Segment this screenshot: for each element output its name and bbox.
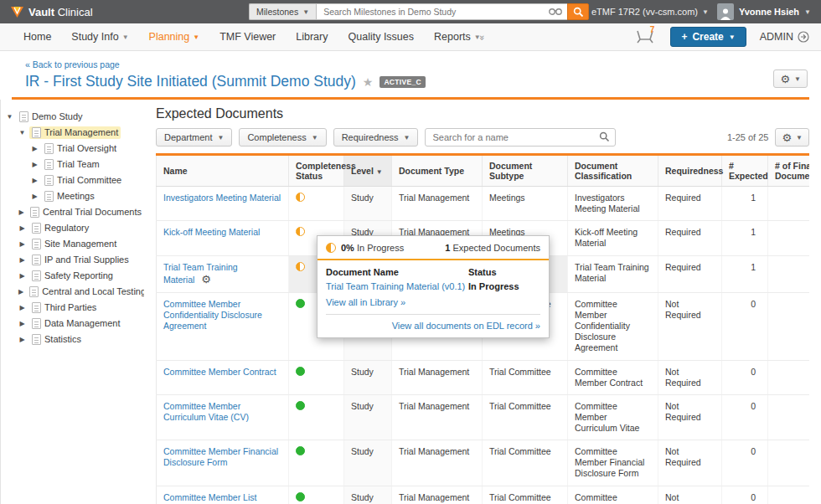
classification-cell: Committee Member Contract — [568, 360, 658, 394]
binoculars-icon[interactable] — [549, 6, 562, 17]
requiredness-cell: Not Required — [658, 440, 722, 486]
search-icon[interactable] — [599, 131, 610, 142]
tree-collapsed-caret-icon[interactable]: ▶ — [18, 224, 26, 232]
nav-item-reports[interactable]: Reports▼ — [434, 31, 481, 43]
tree-expanded-caret-icon[interactable]: ▼ — [6, 113, 13, 121]
completeness-status-cell[interactable] — [289, 360, 344, 394]
page-actions-button[interactable]: ⚙ ▼ — [773, 69, 808, 88]
tree-expanded-caret-icon[interactable]: ▼ — [18, 129, 26, 136]
completeness-popup: 0% In Progress 1 Expected Documents Docu… — [317, 235, 550, 338]
nav-item-library[interactable]: Library — [296, 31, 328, 43]
nav-item-home[interactable]: Home — [23, 31, 51, 43]
vault-logo[interactable]: Vault Clinical — [10, 6, 249, 18]
tree-collapsed-caret-icon[interactable]: ▶ — [31, 145, 39, 152]
favorite-star-icon[interactable]: ★ — [363, 75, 374, 89]
column-header-document-subtype[interactable]: Document Subtype — [483, 156, 568, 187]
row-gear-icon[interactable]: ⚙ — [201, 273, 211, 285]
tree-item-central-and-local-testing[interactable]: ▶Central and Local Testing — [4, 285, 144, 298]
tree-collapsed-caret-icon[interactable]: ▶ — [18, 320, 26, 327]
tree-collapsed-caret-icon[interactable]: ▶ — [18, 240, 26, 248]
tree-item-safety-reporting[interactable]: ▶Safety Reporting — [4, 269, 144, 282]
tree-item-central-trial-documents[interactable]: ▶Central Trial Documents — [4, 205, 144, 219]
document-name-link[interactable]: Investigators Meeting Material — [163, 193, 281, 203]
nav-item-study-info[interactable]: Study Info▼ — [71, 31, 128, 43]
document-name-link[interactable]: Kick-off Meeting Material — [163, 227, 260, 237]
admin-link[interactable]: ADMIN — [760, 31, 809, 43]
user-menu[interactable]: Yvonne Hsieh▼ — [717, 3, 811, 20]
nav-overflow-icon[interactable]: » — [478, 35, 488, 39]
document-name-cell: Committee Member Financial Disclosure Fo… — [157, 440, 289, 486]
expected-cell: 0 — [722, 486, 768, 504]
document-name-link[interactable]: Committee Member Financial Disclosure Fo… — [163, 446, 278, 467]
tree-item-trial-committee[interactable]: ▶Trial Committee — [4, 173, 144, 187]
complete-status-icon — [296, 492, 305, 501]
tree-collapsed-caret-icon[interactable]: ▶ — [18, 304, 26, 311]
tree-item-label: Safety Reporting — [44, 270, 113, 280]
tree-collapsed-caret-icon[interactable]: ▶ — [18, 256, 26, 264]
requiredness-cell: Required — [658, 187, 722, 221]
column-header-label: # of Final Documents — [775, 161, 809, 181]
nav-item-planning[interactable]: Planning▼ — [149, 31, 200, 43]
pagination-count: 1-25 of 25 — [727, 132, 769, 142]
list-actions-button[interactable]: ⚙ ▼ — [775, 128, 809, 147]
column-header-document-classification[interactable]: Document Classification — [568, 156, 658, 187]
tree-collapsed-caret-icon[interactable]: ▶ — [18, 208, 24, 216]
tree-collapsed-caret-icon[interactable]: ▶ — [18, 288, 23, 296]
chevron-down-icon: ▼ — [794, 75, 801, 83]
completeness-status-cell[interactable] — [289, 187, 344, 221]
edl-item-icon — [32, 318, 41, 329]
tree-item-statistics[interactable]: ▶Statistics — [4, 332, 144, 346]
document-name-link[interactable]: Committee Member Curriculum Vitae (CV) — [163, 401, 249, 422]
column-header-completeness-status[interactable]: Completeness Status — [289, 156, 344, 187]
tree-item-third-parties[interactable]: ▶Third Parties — [4, 301, 144, 314]
edl-item-icon — [32, 223, 41, 234]
tree-collapsed-caret-icon[interactable]: ▶ — [18, 336, 26, 343]
view-edl-record-link[interactable]: View all documents on EDL record » — [392, 321, 540, 331]
final-documents-cell — [768, 187, 810, 221]
back-link[interactable]: « Back to previous page — [25, 59, 809, 69]
column-header-requiredness[interactable]: Requiredness — [658, 156, 722, 187]
column-header-document-type[interactable]: Document Type — [392, 156, 483, 187]
completeness-status-cell[interactable] — [289, 394, 344, 440]
column-header-name[interactable]: Name — [157, 156, 289, 187]
doc-type-cell: Trial Management — [392, 394, 483, 440]
nav-item-quality-issues[interactable]: Quality Issues — [349, 31, 415, 43]
search-button[interactable] — [567, 3, 589, 20]
document-name-link[interactable]: Committee Member Confidentiality Disclos… — [163, 299, 262, 331]
popup-document-status: In Progress — [468, 281, 519, 291]
tree-item-regulatory[interactable]: ▶Regulatory — [4, 221, 144, 234]
cart-button[interactable]: 7 — [635, 26, 657, 48]
popup-document-link[interactable]: Trial Team Training Material (v0.1) — [326, 281, 465, 291]
tree-item-site-management[interactable]: ▶Site Management — [4, 237, 144, 250]
tree-item-trial-oversight[interactable]: ▶Trial Oversight — [4, 141, 144, 155]
nav-item-tmf-viewer[interactable]: TMF Viewer — [219, 31, 276, 43]
tree-item-meetings[interactable]: ▶Meetings — [4, 189, 144, 203]
tree-collapsed-caret-icon[interactable]: ▶ — [18, 272, 26, 280]
vault-selector[interactable]: eTMF 17R2 (vv-csm.com)▼ — [591, 7, 709, 17]
view-all-library-link[interactable]: View all in Library » — [326, 297, 405, 307]
level-cell: Study — [344, 440, 392, 486]
document-name-link[interactable]: Committee Member List — [163, 492, 256, 502]
tree-collapsed-caret-icon[interactable]: ▶ — [31, 161, 39, 168]
filter-requiredness-dropdown[interactable]: Requiredness▼ — [333, 128, 419, 147]
tree-item-trial-management[interactable]: ▼Trial Management — [4, 126, 144, 139]
tree-item-data-management[interactable]: ▶Data Management — [4, 316, 144, 330]
completeness-status-cell[interactable] — [289, 486, 344, 504]
tree-item-ip-and-trial-supplies[interactable]: ▶IP and Trial Supplies — [4, 253, 144, 266]
global-search-input[interactable] — [316, 3, 567, 20]
tree-item-trial-team[interactable]: ▶Trial Team — [4, 157, 144, 171]
tree-item-label: Data Management — [44, 318, 121, 328]
nav-item-label: Quality Issues — [349, 31, 415, 43]
tree-item-demo-study[interactable]: ▼Demo Study — [4, 110, 144, 123]
search-scope-dropdown[interactable]: Milestones▼ — [249, 3, 316, 20]
tree-collapsed-caret-icon[interactable]: ▶ — [31, 193, 39, 200]
filter-completeness-dropdown[interactable]: Completeness▼ — [239, 128, 326, 147]
name-search-input[interactable] — [425, 128, 616, 147]
document-name-link[interactable]: Committee Member Contract — [163, 367, 276, 377]
filter-department-dropdown[interactable]: Department▼ — [156, 128, 232, 147]
completeness-status-cell[interactable] — [289, 440, 344, 486]
tree-collapsed-caret-icon[interactable]: ▶ — [31, 177, 39, 184]
column-header--of-final-documents[interactable]: # of Final Documents — [768, 156, 810, 187]
create-button[interactable]: + Create ▼ — [670, 27, 746, 47]
column-header--expected[interactable]: # Expected — [722, 156, 768, 187]
